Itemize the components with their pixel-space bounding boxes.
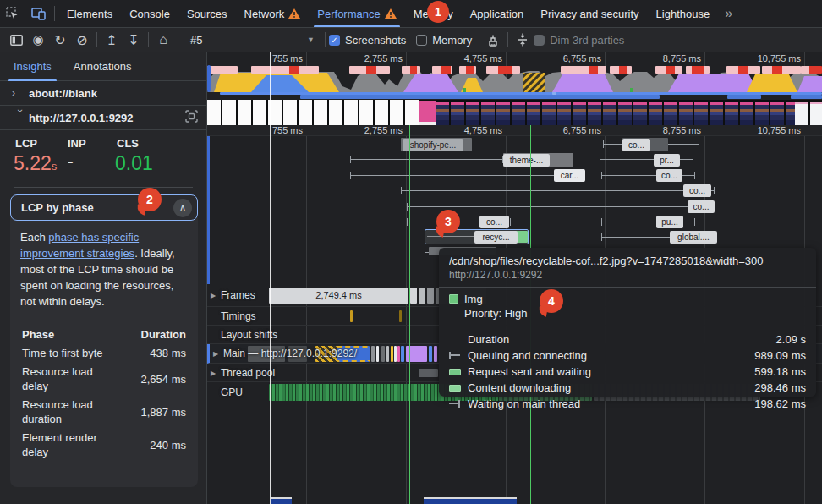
flame-bar[interactable] bbox=[434, 346, 437, 362]
timeline-ruler[interactable]: 755 ms 2,755 ms 4,755 ms 6,755 ms 8,755 … bbox=[207, 125, 822, 136]
memory-checkbox[interactable] bbox=[416, 35, 427, 46]
flame-bar[interactable] bbox=[371, 346, 375, 362]
long-task-band bbox=[686, 66, 710, 74]
expand-triangle-icon[interactable]: ▶ bbox=[213, 350, 218, 358]
request-whisker bbox=[350, 156, 503, 163]
img-legend-swatch bbox=[449, 294, 458, 304]
col-phase: Phase bbox=[22, 327, 122, 342]
reload-record-icon[interactable]: ↻ bbox=[49, 30, 71, 50]
network-request-chip[interactable]: co... bbox=[480, 216, 509, 228]
tab-console[interactable]: Console bbox=[121, 0, 178, 27]
dim-3rd-parties-checkbox[interactable]: – bbox=[534, 35, 545, 46]
screenshots-label[interactable]: Screenshots bbox=[345, 34, 406, 47]
thread-pool-track-label: Thread pool bbox=[221, 367, 275, 379]
network-request-chip[interactable]: pu... bbox=[656, 216, 683, 228]
flame-bar[interactable] bbox=[401, 346, 404, 362]
flame-bar[interactable] bbox=[397, 346, 400, 362]
long-task-band bbox=[251, 66, 319, 74]
frame-bar[interactable] bbox=[419, 288, 425, 304]
network-request-chip[interactable]: co... bbox=[688, 200, 715, 213]
timing-marker[interactable] bbox=[350, 310, 353, 322]
navigation-section-origin[interactable]: › http://127.0.0.1:9292 bbox=[0, 106, 206, 130]
minimap-left-handle[interactable] bbox=[207, 65, 211, 92]
home-icon[interactable]: ⌂ bbox=[152, 30, 174, 50]
inspect-icon[interactable] bbox=[0, 3, 25, 25]
network-request-chip[interactable]: co... bbox=[656, 169, 682, 182]
network-request-chip[interactable]: co... bbox=[622, 139, 650, 151]
tab-insights[interactable]: Insights bbox=[14, 52, 52, 81]
divider bbox=[148, 32, 149, 47]
filmstrip-frames-light[interactable] bbox=[795, 100, 822, 125]
expand-triangle-icon[interactable]: ▶ bbox=[211, 292, 216, 299]
sidebar-tabs: Insights Annotations bbox=[0, 52, 206, 81]
more-tabs-icon[interactable]: » bbox=[718, 6, 739, 21]
tab-elements[interactable]: Elements bbox=[58, 0, 121, 27]
flame-bar[interactable] bbox=[391, 346, 393, 362]
tab-application[interactable]: Application bbox=[462, 0, 533, 27]
device-toolbar-icon[interactable] bbox=[25, 3, 51, 25]
navigation-section-blank[interactable]: › about://blank bbox=[0, 81, 206, 106]
frame-bar[interactable] bbox=[410, 288, 417, 304]
tab-lighthouse[interactable]: Lighthouse bbox=[648, 0, 719, 27]
overview-tick: 2,755 ms bbox=[348, 53, 403, 63]
row-label: Queuing and connecting bbox=[468, 349, 587, 362]
tab-label: Application bbox=[470, 8, 524, 20]
lcp-by-phase-card: LCP by phase ∧ Each phase has specific i… bbox=[10, 194, 198, 487]
network-request-chip[interactable]: shopify-pe... bbox=[403, 139, 463, 151]
network-request-chip[interactable]: recyc... bbox=[474, 231, 518, 244]
divider bbox=[54, 6, 55, 21]
expand-triangle-icon[interactable]: ▶ bbox=[211, 369, 216, 376]
bottom-partial-bar bbox=[271, 497, 292, 504]
gc-brush-icon[interactable] bbox=[482, 30, 504, 50]
clear-icon[interactable]: ⊘ bbox=[71, 30, 93, 50]
frame-bar[interactable] bbox=[427, 288, 434, 304]
timings-track-label: Timings bbox=[221, 310, 256, 322]
flame-bar[interactable] bbox=[386, 346, 389, 362]
network-band bbox=[727, 95, 761, 99]
field-trace-icon[interactable] bbox=[185, 110, 198, 125]
tab-network[interactable]: Network bbox=[236, 0, 310, 27]
phase-table-header: Phase Duration bbox=[22, 327, 188, 342]
network-request-chip[interactable]: theme-... bbox=[503, 154, 550, 167]
tab-annotations[interactable]: Annotations bbox=[74, 52, 132, 81]
tab-privacy[interactable]: Privacy and security bbox=[532, 0, 647, 27]
flame-bar[interactable] bbox=[394, 346, 397, 362]
network-request-chip[interactable]: pr... bbox=[654, 154, 680, 167]
screenshots-checkbox[interactable]: ✓ bbox=[329, 35, 340, 46]
tab-label: Console bbox=[129, 8, 170, 20]
performance-toolbar: ◉ ↻ ⊘ ↥ ↧ ⌂ #5 ▼ ✓ Screenshots Memory – … bbox=[0, 28, 822, 52]
flame-bar[interactable] bbox=[381, 346, 385, 362]
timing-marker[interactable] bbox=[399, 310, 402, 322]
filmstrip-frames[interactable] bbox=[436, 100, 795, 125]
collapse-tracks-icon[interactable] bbox=[512, 30, 534, 50]
chevron-down-icon: › bbox=[14, 109, 26, 126]
network-request-chip[interactable]: car... bbox=[554, 169, 585, 182]
history-dropdown[interactable]: #5 ▼ bbox=[182, 34, 321, 47]
thread-bar[interactable] bbox=[419, 369, 438, 377]
record-icon[interactable]: ◉ bbox=[27, 30, 49, 50]
request-whisker bbox=[350, 172, 556, 179]
download-profile-icon[interactable]: ↧ bbox=[123, 30, 145, 50]
filmstrip-frame[interactable] bbox=[419, 100, 436, 125]
collapse-card-button[interactable]: ∧ bbox=[173, 199, 192, 217]
memory-label[interactable]: Memory bbox=[432, 34, 472, 47]
timeline-overview[interactable]: 755 ms 2,755 ms 4,755 ms 6,755 ms 8,755 … bbox=[207, 52, 822, 125]
network-band bbox=[300, 95, 660, 99]
flame-bar[interactable] bbox=[376, 346, 379, 362]
tooltip-request-origin: http://127.0.0.1:9292 bbox=[449, 269, 806, 281]
frame-bar[interactable]: 2,749.4 ms bbox=[269, 288, 408, 304]
tooltip-row-content-download: Content downloading 298.46 ms bbox=[449, 380, 806, 396]
flame-bar[interactable] bbox=[429, 346, 432, 362]
tab-sources[interactable]: Sources bbox=[178, 0, 236, 27]
overview-tick: 4,755 ms bbox=[448, 53, 502, 63]
upload-profile-icon[interactable]: ↥ bbox=[101, 30, 123, 50]
network-request-chip[interactable]: global.... bbox=[670, 231, 717, 244]
row-value: 298.46 ms bbox=[754, 381, 806, 394]
toggle-sidebar-icon[interactable] bbox=[5, 30, 27, 50]
filmstrip-blank-frames[interactable] bbox=[207, 100, 419, 125]
dim-3rd-parties-label[interactable]: Dim 3rd parties bbox=[550, 34, 624, 47]
overview-tick: 10,755 ms bbox=[747, 53, 801, 63]
network-request-chip[interactable]: co... bbox=[683, 184, 711, 197]
lcp-by-phase-header[interactable]: LCP by phase ∧ bbox=[10, 194, 198, 221]
tab-performance[interactable]: Performance bbox=[309, 0, 404, 27]
